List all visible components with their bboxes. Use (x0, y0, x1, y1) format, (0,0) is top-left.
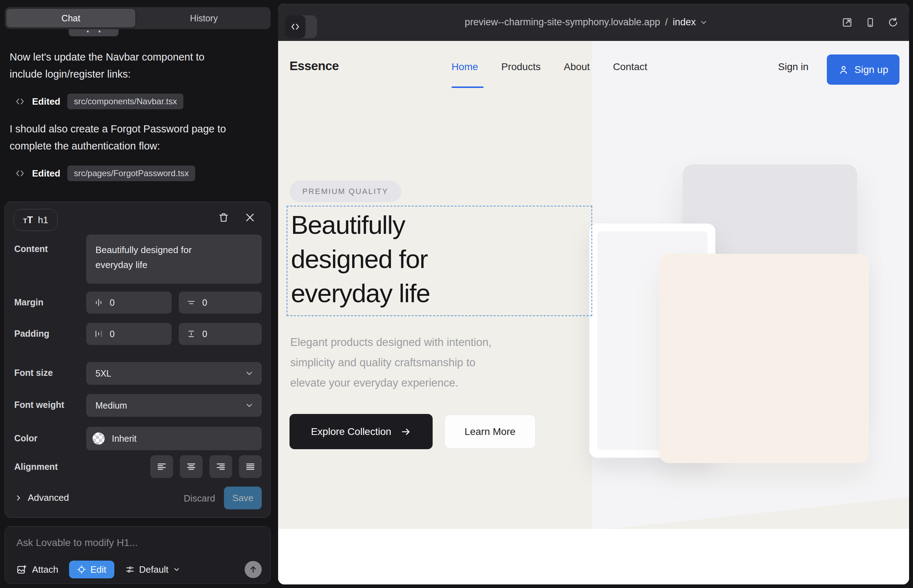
padding-y-input[interactable]: 0 (179, 323, 262, 345)
scrolled-chip-fragment (69, 29, 118, 36)
discard-button[interactable]: Discard (184, 493, 215, 504)
preview-window: preview--charming-site-symphony.lovable.… (278, 3, 909, 585)
margin-y-icon (186, 298, 196, 307)
arrow-up-icon (249, 565, 258, 574)
site-preview: Essence Home Products About Contact Sign… (278, 41, 909, 585)
padding-label: Padding (14, 328, 50, 339)
hero-bottom-whitespace (278, 529, 909, 585)
chat-composer: Ask Lovable to modify H1... Attach Edit … (5, 526, 270, 584)
code-icon (285, 15, 306, 38)
crosshair-icon (77, 565, 86, 574)
hero-heading: Beautifully designed for everyday life (291, 208, 430, 310)
padding-x-icon (94, 329, 103, 339)
user-icon (838, 65, 849, 75)
send-button[interactable] (244, 561, 262, 578)
edited-label: Edited (32, 168, 60, 179)
align-justify-icon (245, 461, 256, 472)
url-domain: preview--charming-site-symphony.lovable.… (465, 17, 660, 28)
sliders-icon (125, 564, 135, 575)
url-page: index (673, 17, 696, 28)
sign-in-link[interactable]: Sign in (778, 61, 809, 73)
edited-file-row: Edited src/components/Navbar.tsx (15, 93, 183, 110)
chevron-down-icon (699, 18, 708, 27)
tab-history-label: History (190, 13, 218, 24)
selected-tag-pill: TT h1 (13, 209, 58, 231)
url-separator: / (664, 17, 669, 28)
nav-link-about[interactable]: About (564, 61, 590, 73)
url-bar[interactable]: preview--charming-site-symphony.lovable.… (465, 3, 708, 41)
advanced-toggle[interactable]: Advanced (14, 492, 69, 503)
nav-link-contact[interactable]: Contact (613, 61, 648, 73)
align-left-icon (156, 461, 167, 472)
hero-paragraph: Elegant products designed with intention… (290, 332, 491, 393)
premium-quality-badge: PREMIUM QUALITY (290, 181, 401, 202)
color-swatch-icon (92, 433, 105, 444)
active-nav-underline (452, 87, 484, 88)
close-editor-button[interactable] (244, 212, 256, 223)
learn-more-button[interactable]: Learn More (444, 415, 536, 449)
align-center-button[interactable] (180, 455, 202, 478)
font-size-label: Font size (14, 368, 53, 378)
align-right-button[interactable] (209, 455, 232, 478)
refresh-button[interactable] (888, 17, 898, 28)
model-default-select[interactable]: Default (125, 564, 181, 575)
attach-button[interactable]: Attach (16, 564, 58, 575)
sign-up-button[interactable]: Sign up (827, 55, 900, 85)
composer-input[interactable]: Ask Lovable to modify H1... (16, 537, 138, 549)
chat-message: I should also create a Forgot Password p… (10, 120, 259, 155)
font-weight-select[interactable]: Medium (86, 394, 262, 417)
nav-link-products[interactable]: Products (501, 61, 541, 73)
type-icon: TT (23, 215, 33, 226)
external-link-icon (842, 17, 853, 28)
content-input[interactable]: Beautifully designed for everyday life (86, 234, 262, 284)
content-label: Content (14, 244, 48, 254)
code-preview-toggle[interactable] (285, 15, 317, 38)
code-icon (15, 168, 25, 178)
font-size-select[interactable]: 5XL (86, 362, 262, 385)
file-chip[interactable]: src/components/Navbar.tsx (67, 94, 183, 109)
tab-chat[interactable]: Chat (6, 9, 135, 27)
align-left-button[interactable] (150, 455, 173, 478)
chat-message: Now let's update the Navbar component to… (10, 48, 259, 82)
chevron-down-icon (173, 565, 181, 573)
align-right-icon (215, 461, 226, 472)
align-center-icon (186, 461, 197, 472)
tag-name: h1 (38, 215, 49, 226)
explore-collection-button[interactable]: Explore Collection (290, 414, 433, 449)
color-select[interactable]: Inherit (86, 427, 262, 450)
padding-x-input[interactable]: 0 (86, 323, 172, 345)
open-external-button[interactable] (842, 17, 853, 28)
preview-toolbar: preview--charming-site-symphony.lovable.… (278, 3, 909, 41)
delete-element-button[interactable] (218, 212, 229, 223)
decor-card-cream (659, 254, 869, 463)
edit-mode-button[interactable]: Edit (69, 561, 114, 578)
trash-icon (218, 212, 229, 223)
tab-chat-label: Chat (62, 13, 81, 24)
alignment-label: Alignment (14, 462, 58, 472)
font-weight-label: Font weight (14, 400, 64, 410)
edited-label: Edited (32, 96, 60, 107)
mobile-view-button[interactable] (865, 17, 876, 28)
element-editor-panel: TT h1 Content Beautifully designed for e… (5, 202, 270, 518)
h1-selection-outline[interactable]: Beautifully designed for everyday life (287, 206, 592, 316)
chevron-down-icon (244, 369, 254, 378)
margin-x-icon (94, 298, 103, 307)
site-nav: Home Products About Contact (452, 61, 648, 73)
code-icon (15, 97, 25, 107)
nav-link-home[interactable]: Home (452, 61, 478, 73)
padding-y-icon (186, 329, 196, 339)
file-chip[interactable]: src/pages/ForgotPassword.tsx (67, 165, 195, 181)
save-button[interactable]: Save (224, 486, 262, 509)
site-logo[interactable]: Essence (290, 59, 339, 73)
close-icon (244, 212, 256, 223)
attach-image-icon (16, 564, 27, 575)
chevron-right-icon (14, 494, 23, 502)
chevron-down-icon (244, 401, 254, 410)
chat-history-tabbar: Chat History (5, 7, 270, 29)
edited-file-row: Edited src/pages/ForgotPassword.tsx (15, 165, 195, 181)
refresh-icon (888, 17, 898, 28)
margin-x-input[interactable]: 0 (86, 291, 172, 313)
tab-history[interactable]: History (137, 7, 270, 29)
margin-y-input[interactable]: 0 (179, 291, 262, 313)
align-justify-button[interactable] (239, 455, 262, 478)
